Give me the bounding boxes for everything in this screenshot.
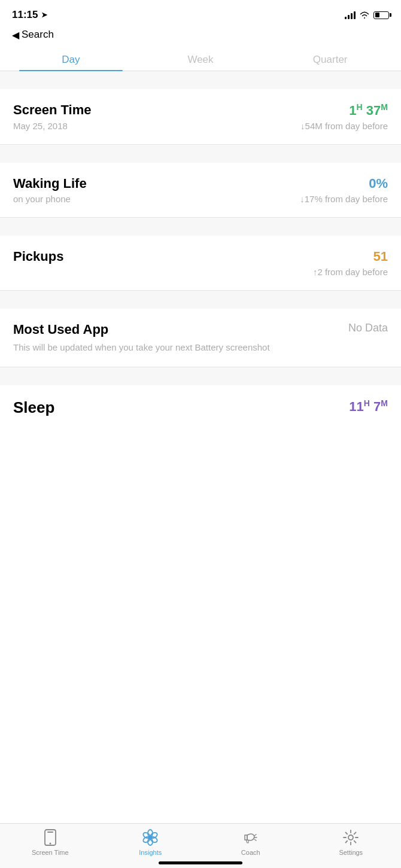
most-used-app-value: No Data [348, 322, 388, 334]
status-icons [345, 11, 389, 19]
flower-icon [141, 829, 159, 846]
screen-time-title: Screen Time [13, 102, 91, 118]
phone-icon [41, 829, 59, 846]
screen-time-card[interactable]: Screen Time 1H 37M May 25, 2018 ↓54M fro… [0, 89, 401, 144]
bottom-tab-insights-label: Insights [139, 849, 162, 856]
spacer-5 [0, 367, 401, 385]
tab-day[interactable]: Day [6, 47, 136, 71]
pickups-card[interactable]: Pickups 51 ↑2 from day before [0, 236, 401, 290]
sleep-title: Sleep [13, 398, 54, 417]
spacer-2 [0, 145, 401, 163]
status-time: 11:15 ➤ [12, 9, 47, 21]
waking-life-subtitle: on your phone [13, 194, 71, 204]
gear-icon [342, 829, 360, 846]
svg-line-10 [254, 835, 256, 836]
sleep-value: 11H 7M [349, 398, 388, 415]
svg-point-13 [348, 835, 353, 840]
tab-navigation: Day Week Quarter [0, 47, 401, 71]
bottom-tab-screen-time[interactable]: Screen Time [0, 829, 101, 856]
spacer-4 [0, 291, 401, 309]
battery-icon [373, 11, 389, 19]
svg-line-18 [346, 833, 348, 835]
tab-week[interactable]: Week [136, 47, 266, 71]
bottom-tab-coach-label: Coach [241, 849, 260, 856]
pickups-change: ↑2 from day before [313, 267, 388, 277]
status-bar: 11:15 ➤ [0, 0, 401, 26]
back-arrow-icon: ◀ [12, 29, 19, 41]
tab-week-label: Week [187, 54, 213, 65]
bottom-tab-settings[interactable]: Settings [301, 829, 402, 856]
svg-point-9 [148, 836, 152, 839]
bottom-tab-coach[interactable]: Coach [200, 829, 301, 856]
tab-day-label: Day [62, 54, 80, 65]
search-label: Search [22, 29, 54, 41]
screen-time-value: 1H 37M [349, 102, 388, 118]
home-indicator [159, 861, 242, 864]
most-used-app-title: Most Used App [13, 322, 108, 337]
svg-line-20 [354, 833, 356, 835]
wifi-icon [359, 11, 370, 19]
bottom-tab-insights[interactable]: Insights [101, 829, 201, 856]
bottom-tab-screen-time-label: Screen Time [32, 849, 69, 856]
spacer-3 [0, 218, 401, 236]
most-used-app-description: This will be updated when you take your … [13, 342, 270, 352]
svg-point-2 [49, 843, 51, 845]
svg-rect-1 [47, 832, 53, 833]
megaphone-icon [242, 829, 260, 846]
tab-quarter-label: Quarter [313, 54, 348, 65]
most-used-app-card[interactable]: Most Used App No Data This will be updat… [0, 309, 401, 367]
svg-line-12 [254, 839, 256, 840]
search-back-button[interactable]: ◀ Search [0, 26, 401, 47]
signal-icon [345, 11, 356, 19]
waking-life-change: ↓17% from day before [300, 194, 388, 204]
bottom-tab-settings-label: Settings [339, 849, 363, 856]
svg-line-19 [354, 841, 356, 843]
spacer-1 [0, 71, 401, 89]
waking-life-title: Waking Life [13, 176, 87, 191]
waking-life-value: 0% [369, 176, 388, 191]
screen-time-change: ↓54M from day before [300, 121, 388, 131]
sleep-card[interactable]: Sleep 11H 7M [0, 385, 401, 423]
pickups-title: Pickups [13, 249, 63, 264]
waking-life-card[interactable]: Waking Life 0% on your phone ↓17% from d… [0, 163, 401, 217]
location-icon: ➤ [41, 11, 47, 19]
tab-quarter[interactable]: Quarter [265, 47, 395, 71]
screen-time-date: May 25, 2018 [13, 121, 68, 131]
pickups-value: 51 [373, 249, 388, 264]
svg-line-21 [346, 841, 348, 843]
